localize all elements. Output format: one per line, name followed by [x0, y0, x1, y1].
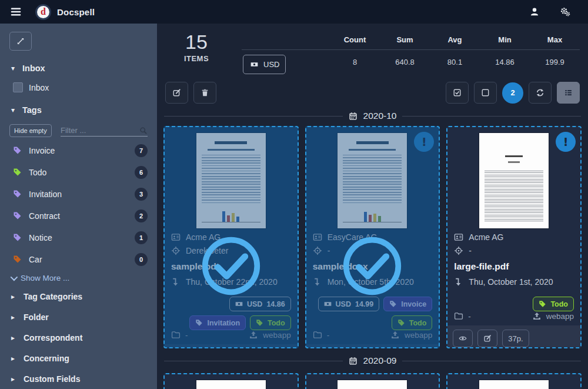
- tag-count-badge: 0: [135, 253, 148, 266]
- stats-header-sum: Sum: [380, 31, 430, 50]
- tag-label: Notice: [29, 233, 52, 242]
- tag-item-invoice[interactable]: Invoice 7: [9, 139, 148, 161]
- tag-item-invitation[interactable]: Invitation 3: [9, 183, 148, 205]
- tag-icon: [13, 233, 22, 242]
- section-label: Tag Categories: [24, 292, 82, 301]
- page-count-button[interactable]: 37p.: [502, 330, 529, 347]
- source-name: webapp: [546, 312, 574, 321]
- item-name[interactable]: large-file.pdf: [454, 261, 574, 272]
- item-card-sample-docx[interactable]: ! EasyCare AG: [305, 126, 440, 348]
- item-card-sample-odt[interactable]: Acme AG Derek Jeter sample.odt Thu, Octo…: [163, 126, 299, 348]
- sidebar-item-correspondent[interactable]: ▸Correspondent: [9, 327, 148, 348]
- sidebar-sections: ▸Tag Categories ▸Folder ▸Correspondent ▸…: [9, 286, 148, 389]
- caret-right-icon: ▸: [9, 292, 16, 301]
- currency-badge[interactable]: USD: [243, 55, 286, 74]
- sidebar-item-folder[interactable]: ▸Folder: [9, 307, 148, 327]
- select-all-button[interactable]: [446, 82, 469, 104]
- sync-icon: [536, 88, 544, 97]
- arrow-down-icon: [454, 277, 463, 287]
- hamburger-icon[interactable]: [9, 5, 22, 18]
- tags-section-header[interactable]: ▾ Tags: [9, 105, 148, 115]
- hide-empty-button[interactable]: Hide empty: [9, 124, 52, 137]
- tag-label: Todo: [29, 168, 46, 177]
- inbox-section-label: Inbox: [22, 64, 45, 73]
- search-sidebar: ▾ Inbox Inbox ▾ Tags Hide empty: [0, 24, 157, 389]
- stats-panel: 15 ITEMS Count Sum Avg Min Max USD 8 640…: [163, 28, 582, 74]
- inbox-checkbox[interactable]: [13, 82, 23, 92]
- expand-icon: [16, 36, 25, 46]
- refresh-button[interactable]: [529, 82, 552, 104]
- folder-name: -: [468, 312, 471, 321]
- sidebar-item-custom-fields[interactable]: ▸Custom Fields: [9, 368, 148, 389]
- inbox-section-header[interactable]: ▾ Inbox: [9, 64, 148, 73]
- tag-count-badge: 7: [135, 144, 148, 157]
- selected-count-badge[interactable]: 2: [502, 82, 523, 104]
- caret-right-icon: ▸: [9, 334, 16, 342]
- document-preview: [165, 374, 298, 389]
- item-card-large-file-pdf[interactable]: ! Acme AG: [446, 126, 582, 348]
- tag-badge-label: Todo: [550, 300, 568, 308]
- correspondent-line: Acme AG: [454, 232, 574, 242]
- exclamation-circle-icon: !: [556, 132, 576, 152]
- tag-item-car[interactable]: Car 0: [9, 248, 148, 270]
- money-bill-icon: [249, 61, 259, 68]
- user-icon[interactable]: [529, 6, 540, 17]
- tag-item-notice[interactable]: Notice 1: [9, 227, 148, 248]
- date-group-divider: 2020-10: [164, 111, 581, 121]
- edit-selected-button[interactable]: [165, 82, 188, 104]
- tag-list: Invoice 7 Todo 6 Invitation 3 Contract 2: [9, 139, 148, 270]
- tag-icon: [13, 168, 22, 177]
- check-circle-icon: [340, 234, 404, 298]
- eye-icon: [459, 334, 467, 343]
- check-circle-icon: [199, 234, 263, 298]
- square-icon: [481, 88, 490, 97]
- tag-label: Contract: [29, 211, 60, 221]
- stats-value-min: 14.86: [480, 50, 530, 74]
- delete-selected-button[interactable]: [193, 82, 216, 104]
- expand-sidebar-button[interactable]: [9, 32, 32, 51]
- folder-info: -: [454, 311, 471, 321]
- inbox-filter-item[interactable]: Inbox: [13, 82, 148, 92]
- source-info: webapp: [532, 311, 574, 321]
- tag-icon: [13, 211, 22, 220]
- stats-value-count: 8: [330, 50, 380, 74]
- main-content: 15 ITEMS Count Sum Avg Min Max USD 8 640…: [157, 24, 588, 389]
- item-card-grid: Acme AG Derek Jeter sample.odt Thu, Octo…: [163, 126, 582, 348]
- tag-count-badge: 2: [135, 210, 148, 222]
- deselect-all-button[interactable]: [474, 82, 497, 104]
- selection-toolbar: 2: [165, 82, 580, 104]
- tag-item-contract[interactable]: Contract 2: [9, 205, 148, 227]
- item-card[interactable]: [163, 373, 299, 389]
- sidebar-item-concerning[interactable]: ▸Concerning: [9, 348, 148, 368]
- inbox-checkbox-label: Inbox: [29, 83, 49, 92]
- tag-badge-todo[interactable]: Todo: [533, 297, 574, 311]
- tag-filter-input[interactable]: [61, 126, 139, 135]
- stats-table: Count Sum Avg Min Max USD 8 640.8 80.1 1…: [242, 31, 580, 74]
- divider-line: [402, 116, 581, 117]
- preview-page: [479, 133, 549, 228]
- check-square-icon: [453, 88, 462, 97]
- stats-header-min: Min: [480, 31, 530, 50]
- item-card[interactable]: [305, 373, 440, 389]
- docspell-logo: d: [35, 4, 51, 20]
- list-view-button[interactable]: [557, 82, 580, 104]
- item-card[interactable]: [446, 373, 582, 389]
- cogs-icon[interactable]: [560, 6, 570, 17]
- tag-icon: [13, 189, 22, 198]
- tag-label: Invoice: [29, 146, 55, 155]
- stats-value-sum: 640.8: [380, 50, 430, 74]
- stats-header-max: Max: [530, 31, 580, 50]
- tag-item-todo[interactable]: Todo 6: [9, 161, 148, 183]
- page-count: 37p.: [508, 334, 523, 343]
- section-label: Concerning: [24, 354, 69, 363]
- divider-line: [164, 116, 343, 117]
- sidebar-item-tag-categories[interactable]: ▸Tag Categories: [9, 286, 148, 307]
- caret-down-icon: ▾: [9, 106, 16, 114]
- address-card-icon: [454, 232, 463, 242]
- card-footer: 37p.: [447, 325, 580, 348]
- preview-button[interactable]: [453, 330, 473, 347]
- show-more-link[interactable]: Show More ...: [11, 274, 148, 282]
- tag-count-badge: 6: [135, 166, 148, 179]
- edit-item-button[interactable]: [477, 330, 497, 347]
- document-preview: [306, 374, 439, 389]
